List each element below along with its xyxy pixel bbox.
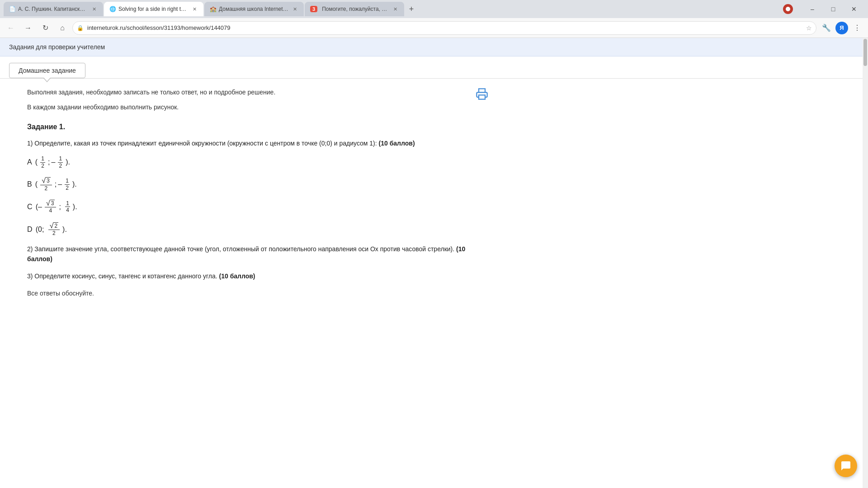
tab-pushkin[interactable]: 📄 А. С. Пушкин. Капитанская доч... ✕ [4, 2, 103, 16]
option-d-paren-open: (0; [34, 225, 46, 234]
top-banner: Задания для проверки учителем [0, 38, 868, 56]
tab-pomogite[interactable]: 3 Помогите, пожалуйста, решить... ✕ [305, 2, 404, 16]
task1-q3-prefix: 3) Определите косинус, синус, тангенс и … [27, 272, 217, 280]
intro-text-2: В каждом задании необходимо выполнить ри… [27, 103, 470, 112]
option-b-frac2: 1 2 [65, 178, 70, 191]
task1-question1: 1) Определите, какая из точек принадлежи… [27, 138, 470, 148]
tab-pomogite-label: Помогите, пожалуйста, решить... [322, 6, 389, 12]
task1-question2: 2) Запишите значение угла, соответствующ… [27, 244, 470, 264]
print-button[interactable] [476, 88, 488, 103]
homework-tab-area: Домашнее задание [0, 56, 868, 79]
task1-q1-prefix: 1) Определите, какая из точек принадлежи… [27, 140, 377, 147]
address-wrapper: 🔒 ☆ [72, 21, 816, 35]
tab-solving-label: Solving for a side in right triangl... [118, 6, 188, 12]
profile-button[interactable]: Я [835, 22, 848, 34]
answer-options: A ( 1 2 ; – 1 2 ). [27, 155, 470, 236]
refresh-button[interactable]: ↻ [38, 21, 52, 35]
toolbar-right: 🔧 Я ⋮ [819, 21, 864, 35]
all-answers-text: Все ответы обоснуйте. [27, 289, 470, 298]
tab-solving[interactable]: 🌐 Solving for a side in right triangl...… [104, 2, 203, 16]
option-a-frac2: 1 2 [58, 155, 63, 169]
extensions-button[interactable]: 🔧 [819, 21, 834, 35]
scrollbar-thumb[interactable] [863, 39, 867, 66]
tab-pomogite-badge: 3 [310, 6, 317, 12]
task1-question3: 3) Определите косинус, синус, тангенс и … [27, 271, 470, 281]
tab-pomogite-close[interactable]: ✕ [392, 5, 399, 13]
forward-button[interactable]: → [21, 21, 35, 35]
tab-interneturok[interactable]: 🏫 Домашняя школа InternetUrok... ✕ [204, 2, 304, 16]
option-a-letter: A [27, 158, 32, 166]
scrollbar[interactable] [863, 38, 868, 322]
page-content: Задания для проверки учителем Домашнее з… [0, 38, 868, 322]
new-tab-button[interactable]: + [405, 3, 418, 15]
option-d-letter: D [27, 225, 33, 234]
task1-q1-points: (10 баллов) [379, 140, 415, 147]
menu-button[interactable]: ⋮ [850, 21, 864, 35]
answer-option-c: C (– √3 4 ; 1 4 ). [27, 200, 470, 214]
task1-section: Задание 1. 1) Определите, какая из точек… [27, 123, 470, 298]
tab-pushkin-label: А. С. Пушкин. Капитанская доч... [18, 6, 88, 12]
maximize-button[interactable]: □ [823, 0, 844, 18]
option-c-semicolon: ; [59, 203, 62, 211]
answer-option-b: B ( √3 2 ; – 1 2 ). [27, 177, 470, 192]
tab-pushkin-favicon: 📄 [9, 6, 15, 12]
bookmark-icon[interactable]: ☆ [806, 24, 812, 32]
tab-pushkin-close[interactable]: ✕ [90, 5, 98, 13]
minimize-button[interactable]: – [802, 0, 823, 18]
option-c-letter: C [27, 203, 33, 211]
tab-solving-close[interactable]: ✕ [191, 5, 198, 13]
option-c-frac2: 1 4 [65, 200, 70, 214]
option-a-paren-close: ). [66, 158, 70, 166]
option-c-paren-open: (– [34, 203, 42, 211]
answer-option-d: D (0; √2 2 ). [27, 222, 470, 237]
answer-option-a: A ( 1 2 ; – 1 2 ). [27, 155, 470, 169]
back-button[interactable]: ← [4, 21, 18, 35]
option-d-frac1: √2 2 [48, 222, 60, 237]
main-area: Задания для проверки учителем Домашнее з… [0, 38, 868, 322]
task1-q3-points: (10 баллов) [219, 272, 255, 280]
homework-tab-label: Домашнее задание [19, 67, 76, 74]
tab-interneturok-label: Домашняя школа InternetUrok... [219, 6, 288, 12]
task1-q2-prefix: 2) Запишите значение угла, соответствующ… [27, 245, 454, 253]
option-b-frac1: √3 2 [40, 177, 52, 192]
banner-text: Задания для проверки учителем [9, 43, 105, 51]
address-input[interactable] [72, 21, 816, 35]
content-area: Выполняя задания, необходимо записать не… [0, 79, 497, 322]
option-b-letter: B [27, 180, 32, 188]
option-b-paren-open: ( [34, 180, 38, 188]
tab-interneturok-favicon: 🏫 [210, 6, 216, 12]
option-a-frac1: 1 2 [40, 155, 45, 169]
option-c-paren-close: ). [73, 203, 77, 211]
lock-icon: 🔒 [77, 25, 84, 31]
homework-tab-button[interactable]: Домашнее задание [9, 63, 85, 78]
intro-text-1: Выполняя задания, необходимо записать не… [27, 88, 470, 97]
option-c-frac1: √3 4 [45, 200, 56, 214]
svg-rect-0 [479, 95, 485, 99]
option-a-semicolon: ; – [48, 158, 56, 166]
tab-solving-favicon: 🌐 [109, 6, 116, 12]
tab-interneturok-close[interactable]: ✕ [291, 5, 298, 13]
close-window-button[interactable]: ✕ [844, 0, 864, 18]
home-button[interactable]: ⌂ [55, 21, 70, 35]
option-d-paren-close: ). [62, 225, 67, 234]
option-b-semicolon: ; – [55, 180, 62, 188]
address-bar: ← → ↻ ⌂ 🔒 ☆ 🔧 Я ⋮ [0, 18, 868, 38]
option-b-paren-close: ). [72, 180, 77, 188]
record-indicator [778, 0, 798, 18]
task1-title: Задание 1. [27, 123, 470, 131]
option-a-paren-open: ( [34, 158, 38, 166]
